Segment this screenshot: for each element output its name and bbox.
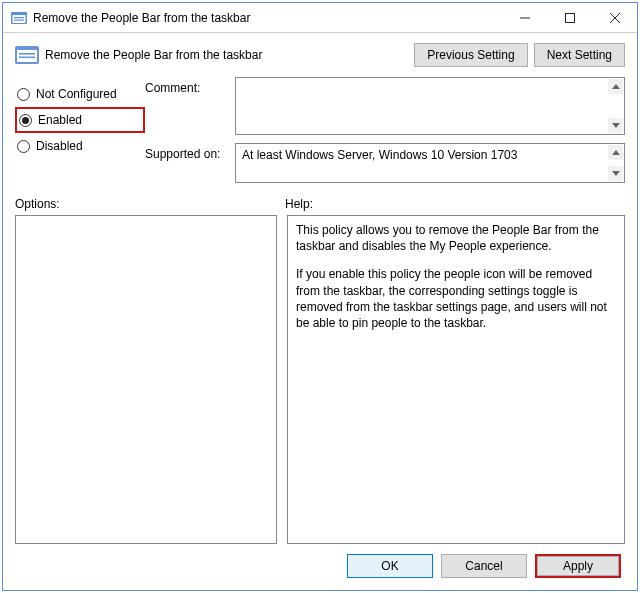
radio-icon [17, 88, 30, 101]
maximize-icon [565, 13, 575, 23]
close-icon [610, 13, 620, 23]
radio-label: Not Configured [36, 87, 117, 101]
help-paragraph: This policy allows you to remove the Peo… [296, 222, 616, 254]
apply-button[interactable]: Apply [537, 556, 619, 576]
window-title: Remove the People Bar from the taskbar [33, 11, 502, 25]
supported-label: Supported on: [145, 143, 235, 183]
content-area: Remove the People Bar from the taskbar P… [3, 33, 637, 590]
window-controls [502, 3, 637, 32]
policy-title: Remove the People Bar from the taskbar [45, 48, 408, 62]
section-labels: Options: Help: [15, 197, 625, 211]
svg-rect-1 [13, 15, 26, 23]
svg-rect-8 [19, 57, 35, 59]
state-radio-group: Not Configured Enabled Disabled [15, 77, 145, 183]
options-panel[interactable] [15, 215, 277, 544]
help-label: Help: [285, 197, 313, 211]
policy-large-icon [15, 44, 39, 66]
minimize-icon [520, 13, 530, 23]
radio-label: Disabled [36, 139, 83, 153]
cancel-button[interactable]: Cancel [441, 554, 527, 578]
scroll-up-icon[interactable] [608, 145, 623, 160]
svg-rect-4 [565, 13, 574, 22]
radio-not-configured[interactable]: Not Configured [15, 81, 145, 107]
supported-row: Supported on: At least Windows Server, W… [145, 143, 625, 183]
scroll-up-icon[interactable] [608, 79, 623, 94]
fields-column: Comment: Supported on: At least Windows … [145, 77, 625, 183]
supported-on-box: At least Windows Server, Windows 10 Vers… [235, 143, 625, 183]
svg-rect-7 [19, 53, 35, 55]
help-paragraph: If you enable this policy the people ico… [296, 266, 616, 331]
radio-enabled[interactable]: Enabled [15, 107, 145, 133]
scroll-down-icon[interactable] [608, 118, 623, 133]
policy-icon [11, 10, 27, 26]
titlebar: Remove the People Bar from the taskbar [3, 3, 637, 33]
ok-button[interactable]: OK [347, 554, 433, 578]
header-row: Remove the People Bar from the taskbar P… [15, 43, 625, 67]
top-settings-grid: Not Configured Enabled Disabled Comment: [15, 77, 625, 183]
minimize-button[interactable] [502, 3, 547, 32]
options-label: Options: [15, 197, 285, 211]
radio-disabled[interactable]: Disabled [15, 133, 145, 159]
svg-rect-6 [17, 50, 37, 62]
comment-row: Comment: [145, 77, 625, 135]
footer-buttons: OK Cancel Apply [15, 544, 625, 582]
maximize-button[interactable] [547, 3, 592, 32]
previous-setting-button[interactable]: Previous Setting [414, 43, 527, 67]
policy-editor-window: Remove the People Bar from the taskbar R… [2, 2, 638, 591]
svg-rect-2 [14, 17, 24, 18]
next-setting-button[interactable]: Next Setting [534, 43, 625, 67]
radio-label: Enabled [38, 113, 82, 127]
radio-icon [17, 140, 30, 153]
comment-label: Comment: [145, 77, 235, 135]
apply-highlight: Apply [535, 554, 621, 578]
radio-icon [19, 114, 32, 127]
panels-row: This policy allows you to remove the Peo… [15, 215, 625, 544]
scroll-down-icon[interactable] [608, 166, 623, 181]
help-panel: This policy allows you to remove the Peo… [287, 215, 625, 544]
supported-scrollbar[interactable] [607, 144, 624, 182]
svg-rect-3 [14, 19, 24, 20]
comment-scrollbar[interactable] [607, 78, 624, 134]
comment-input[interactable] [235, 77, 625, 135]
close-button[interactable] [592, 3, 637, 32]
supported-on-value: At least Windows Server, Windows 10 Vers… [242, 148, 517, 162]
